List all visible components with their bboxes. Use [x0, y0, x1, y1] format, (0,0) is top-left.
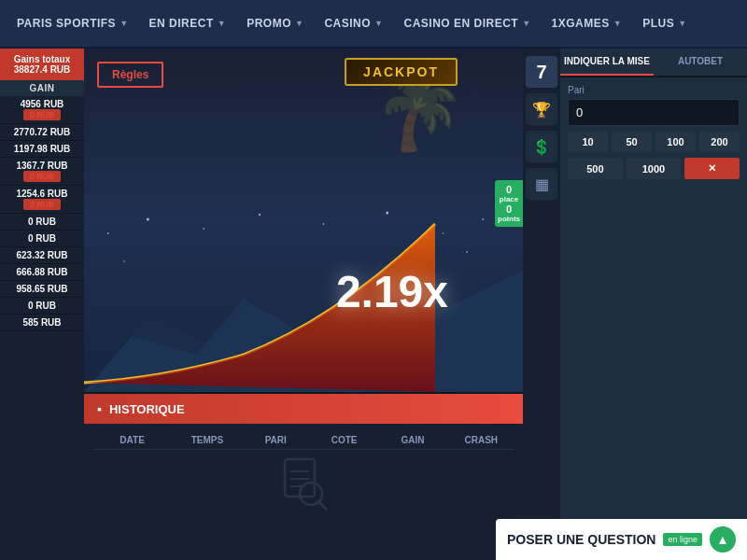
nav-casino[interactable]: CASINO ▼	[315, 11, 392, 35]
scroll-top-button[interactable]: ▲	[710, 526, 736, 553]
historique-header: ▪ HISTORIQUE	[84, 394, 523, 424]
list-item: 623.32 RUB	[0, 247, 84, 264]
question-bar-label: POSER UNE QUESTION	[507, 532, 655, 547]
list-item: 0 RUB	[0, 231, 84, 247]
table-header-row: DATE TEMPS PARI COTE GAIN CRASH	[93, 431, 514, 450]
list-item: 0 RUB	[0, 214, 84, 231]
list-item: 666.88 RUB	[0, 264, 84, 281]
list-item: 1254.6 RUB 3 RUB	[0, 186, 84, 214]
historique-section: ▪ HISTORIQUE DATE TEMPS PARI COTE GAIN C…	[84, 392, 523, 560]
chip-50[interactable]: 50	[612, 132, 652, 152]
number-7-icon[interactable]: 7	[526, 56, 557, 88]
svg-point-9	[482, 218, 484, 220]
cup-icon[interactable]: 🏆	[526, 93, 557, 125]
bet-content: Pari 10 50 100 200 500 1000 ✕	[560, 77, 747, 192]
nav-plus[interactable]: PLUS ▼	[633, 11, 696, 35]
chip-500[interactable]: 500	[568, 158, 623, 179]
sidebar-gain-label: GAIN	[0, 80, 84, 96]
grid-icon[interactable]: ▦	[526, 168, 557, 200]
chevron-down-icon: ▼	[613, 19, 622, 28]
svg-point-4	[203, 228, 204, 230]
empty-document-icon	[275, 455, 331, 521]
chevron-down-icon: ▼	[120, 19, 128, 28]
main-layout: Gains totaux 38827.4 RUB GAIN 4956 RUB 0…	[0, 49, 747, 560]
chevron-down-icon: ▼	[374, 19, 383, 28]
historique-table: DATE TEMPS PARI COTE GAIN CRASH	[84, 424, 523, 525]
chip-10[interactable]: 10	[568, 132, 608, 152]
historique-empty	[93, 450, 514, 525]
svg-point-6	[323, 223, 325, 225]
chip-grid-2: 500 1000 ✕	[568, 158, 740, 179]
list-item: 2770.72 RUB	[0, 124, 84, 141]
svg-point-2	[107, 232, 109, 234]
svg-point-5	[259, 214, 261, 216]
crash-multiplier: 2.19x	[336, 266, 448, 317]
list-item: 1367.7 RUB 0 RUB	[0, 158, 84, 186]
center-area: 🌴 Règles JACKPOT 2.19x 0 place 0 points …	[84, 49, 523, 560]
nav-casino-en-direct[interactable]: CASINO EN DIRECT ▼	[395, 11, 541, 35]
svg-line-17	[318, 501, 326, 509]
game-canvas: 🌴 Règles JACKPOT 2.19x 0 place 0 points	[84, 49, 523, 392]
jackpot-badge: JACKPOT	[345, 58, 458, 86]
place-points-badge: 0 place 0 points	[495, 180, 523, 227]
right-section: 7 🏆 💲 ▦ INDIQUER LA MISE AUTOBET Pari 10…	[523, 49, 747, 560]
svg-point-3	[147, 218, 149, 221]
tab-indiquer-mise[interactable]: INDIQUER LA MISE	[560, 49, 654, 76]
svg-point-8	[443, 232, 444, 234]
list-item: 1197.98 RUB	[0, 141, 84, 158]
svg-point-7	[386, 212, 388, 215]
nav-promo[interactable]: PROMO ▼	[237, 11, 313, 35]
question-bar: POSER UNE QUESTION en ligne ▲	[496, 519, 747, 560]
bet-panel: INDIQUER LA MISE AUTOBET Pari 10 50 100 …	[560, 49, 747, 560]
list-item: 958.65 RUB	[0, 281, 84, 298]
clear-chip[interactable]: ✕	[684, 158, 740, 179]
chevron-down-icon: ▼	[522, 19, 530, 28]
tab-autobet[interactable]: AUTOBET	[654, 49, 747, 76]
bet-tabs: INDIQUER LA MISE AUTOBET	[560, 49, 747, 77]
list-item: 0 RUB	[0, 298, 84, 315]
list-item: 585 RUB	[0, 315, 84, 331]
chevron-down-icon: ▼	[218, 19, 226, 28]
chevron-down-icon: ▼	[678, 19, 686, 28]
online-badge: en ligne	[663, 533, 702, 546]
nav-paris-sportifs[interactable]: PARIS SPORTIFS ▼	[7, 11, 138, 35]
dollar-icon[interactable]: 💲	[526, 131, 557, 162]
left-sidebar: Gains totaux 38827.4 RUB GAIN 4956 RUB 0…	[0, 49, 84, 560]
svg-point-11	[466, 251, 468, 253]
pari-label: Pari	[568, 85, 740, 95]
sidebar-total-header: Gains totaux 38827.4 RUB	[0, 49, 84, 80]
chevron-down-icon: ▼	[295, 19, 303, 28]
chip-1000[interactable]: 1000	[627, 158, 682, 179]
chip-100[interactable]: 100	[655, 132, 696, 152]
chip-200[interactable]: 200	[699, 132, 740, 152]
svg-point-10	[123, 260, 125, 262]
list-item: 4956 RUB 0 RUB	[0, 96, 84, 124]
regles-button[interactable]: Règles	[97, 62, 163, 88]
right-icon-bar: 7 🏆 💲 ▦	[523, 49, 560, 560]
bet-input[interactable]	[568, 99, 740, 126]
chip-grid: 10 50 100 200	[568, 132, 740, 152]
history-icon: ▪	[97, 401, 102, 416]
mountain-bg	[84, 205, 523, 392]
navbar: PARIS SPORTIFS ▼ EN DIRECT ▼ PROMO ▼ CAS…	[0, 0, 747, 49]
nav-en-direct[interactable]: EN DIRECT ▼	[140, 11, 236, 35]
nav-1xgames[interactable]: 1XGAMES ▼	[543, 11, 632, 35]
